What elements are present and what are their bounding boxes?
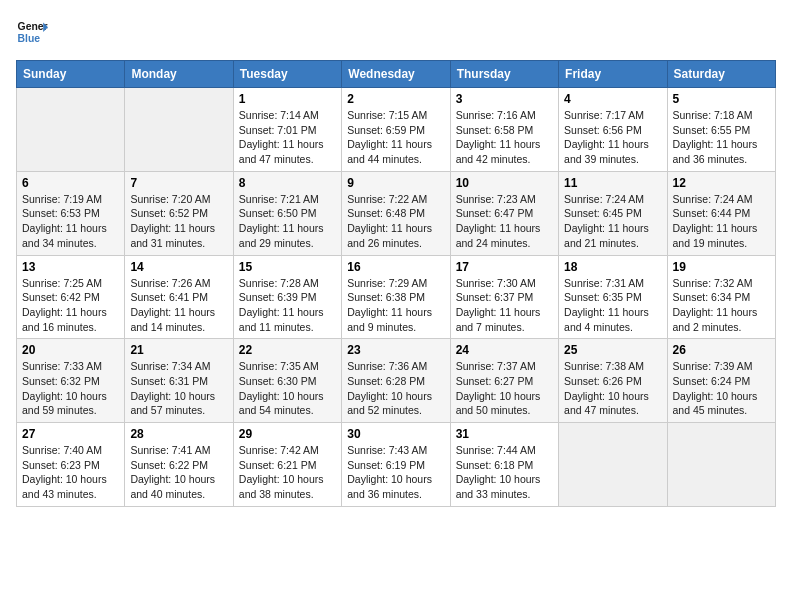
calendar-cell: 17Sunrise: 7:30 AMSunset: 6:37 PMDayligh…	[450, 255, 558, 339]
calendar-cell: 18Sunrise: 7:31 AMSunset: 6:35 PMDayligh…	[559, 255, 667, 339]
day-number: 10	[456, 176, 553, 190]
calendar-cell: 15Sunrise: 7:28 AMSunset: 6:39 PMDayligh…	[233, 255, 341, 339]
calendar-cell: 20Sunrise: 7:33 AMSunset: 6:32 PMDayligh…	[17, 339, 125, 423]
weekday-header: Monday	[125, 61, 233, 88]
day-detail: Sunrise: 7:15 AMSunset: 6:59 PMDaylight:…	[347, 108, 444, 167]
day-number: 3	[456, 92, 553, 106]
day-number: 6	[22, 176, 119, 190]
calendar-cell: 30Sunrise: 7:43 AMSunset: 6:19 PMDayligh…	[342, 423, 450, 507]
calendar-cell	[667, 423, 775, 507]
calendar-cell: 13Sunrise: 7:25 AMSunset: 6:42 PMDayligh…	[17, 255, 125, 339]
day-number: 29	[239, 427, 336, 441]
day-number: 4	[564, 92, 661, 106]
day-detail: Sunrise: 7:18 AMSunset: 6:55 PMDaylight:…	[673, 108, 770, 167]
day-number: 11	[564, 176, 661, 190]
calendar-cell: 4Sunrise: 7:17 AMSunset: 6:56 PMDaylight…	[559, 88, 667, 172]
day-detail: Sunrise: 7:32 AMSunset: 6:34 PMDaylight:…	[673, 276, 770, 335]
day-detail: Sunrise: 7:29 AMSunset: 6:38 PMDaylight:…	[347, 276, 444, 335]
calendar-body: 1Sunrise: 7:14 AMSunset: 7:01 PMDaylight…	[17, 88, 776, 507]
weekday-header: Wednesday	[342, 61, 450, 88]
day-number: 2	[347, 92, 444, 106]
day-number: 8	[239, 176, 336, 190]
calendar-cell: 31Sunrise: 7:44 AMSunset: 6:18 PMDayligh…	[450, 423, 558, 507]
calendar-cell: 19Sunrise: 7:32 AMSunset: 6:34 PMDayligh…	[667, 255, 775, 339]
day-detail: Sunrise: 7:38 AMSunset: 6:26 PMDaylight:…	[564, 359, 661, 418]
calendar-header-row: SundayMondayTuesdayWednesdayThursdayFrid…	[17, 61, 776, 88]
day-number: 28	[130, 427, 227, 441]
day-number: 19	[673, 260, 770, 274]
day-number: 22	[239, 343, 336, 357]
calendar-cell: 27Sunrise: 7:40 AMSunset: 6:23 PMDayligh…	[17, 423, 125, 507]
day-number: 15	[239, 260, 336, 274]
day-number: 26	[673, 343, 770, 357]
calendar-cell: 11Sunrise: 7:24 AMSunset: 6:45 PMDayligh…	[559, 171, 667, 255]
logo-icon: General Blue	[16, 16, 48, 48]
calendar-cell	[17, 88, 125, 172]
calendar-cell: 21Sunrise: 7:34 AMSunset: 6:31 PMDayligh…	[125, 339, 233, 423]
calendar-cell: 1Sunrise: 7:14 AMSunset: 7:01 PMDaylight…	[233, 88, 341, 172]
calendar-cell: 12Sunrise: 7:24 AMSunset: 6:44 PMDayligh…	[667, 171, 775, 255]
day-number: 24	[456, 343, 553, 357]
calendar-cell: 9Sunrise: 7:22 AMSunset: 6:48 PMDaylight…	[342, 171, 450, 255]
calendar-week-row: 1Sunrise: 7:14 AMSunset: 7:01 PMDaylight…	[17, 88, 776, 172]
calendar-week-row: 6Sunrise: 7:19 AMSunset: 6:53 PMDaylight…	[17, 171, 776, 255]
calendar-week-row: 13Sunrise: 7:25 AMSunset: 6:42 PMDayligh…	[17, 255, 776, 339]
day-detail: Sunrise: 7:26 AMSunset: 6:41 PMDaylight:…	[130, 276, 227, 335]
calendar-cell: 6Sunrise: 7:19 AMSunset: 6:53 PMDaylight…	[17, 171, 125, 255]
calendar-cell: 2Sunrise: 7:15 AMSunset: 6:59 PMDaylight…	[342, 88, 450, 172]
day-detail: Sunrise: 7:24 AMSunset: 6:44 PMDaylight:…	[673, 192, 770, 251]
calendar-cell: 5Sunrise: 7:18 AMSunset: 6:55 PMDaylight…	[667, 88, 775, 172]
calendar-week-row: 20Sunrise: 7:33 AMSunset: 6:32 PMDayligh…	[17, 339, 776, 423]
weekday-header: Sunday	[17, 61, 125, 88]
day-detail: Sunrise: 7:35 AMSunset: 6:30 PMDaylight:…	[239, 359, 336, 418]
day-detail: Sunrise: 7:34 AMSunset: 6:31 PMDaylight:…	[130, 359, 227, 418]
day-detail: Sunrise: 7:22 AMSunset: 6:48 PMDaylight:…	[347, 192, 444, 251]
day-number: 23	[347, 343, 444, 357]
calendar-cell: 25Sunrise: 7:38 AMSunset: 6:26 PMDayligh…	[559, 339, 667, 423]
day-detail: Sunrise: 7:25 AMSunset: 6:42 PMDaylight:…	[22, 276, 119, 335]
day-detail: Sunrise: 7:37 AMSunset: 6:27 PMDaylight:…	[456, 359, 553, 418]
day-detail: Sunrise: 7:20 AMSunset: 6:52 PMDaylight:…	[130, 192, 227, 251]
day-detail: Sunrise: 7:14 AMSunset: 7:01 PMDaylight:…	[239, 108, 336, 167]
calendar-cell	[125, 88, 233, 172]
day-number: 9	[347, 176, 444, 190]
calendar-cell: 3Sunrise: 7:16 AMSunset: 6:58 PMDaylight…	[450, 88, 558, 172]
weekday-header: Saturday	[667, 61, 775, 88]
day-detail: Sunrise: 7:44 AMSunset: 6:18 PMDaylight:…	[456, 443, 553, 502]
day-number: 12	[673, 176, 770, 190]
svg-text:Blue: Blue	[18, 33, 41, 44]
day-detail: Sunrise: 7:23 AMSunset: 6:47 PMDaylight:…	[456, 192, 553, 251]
day-number: 20	[22, 343, 119, 357]
calendar-cell: 22Sunrise: 7:35 AMSunset: 6:30 PMDayligh…	[233, 339, 341, 423]
weekday-header: Friday	[559, 61, 667, 88]
calendar-cell: 10Sunrise: 7:23 AMSunset: 6:47 PMDayligh…	[450, 171, 558, 255]
day-detail: Sunrise: 7:31 AMSunset: 6:35 PMDaylight:…	[564, 276, 661, 335]
calendar-cell: 16Sunrise: 7:29 AMSunset: 6:38 PMDayligh…	[342, 255, 450, 339]
day-number: 5	[673, 92, 770, 106]
weekday-header: Tuesday	[233, 61, 341, 88]
calendar-cell: 23Sunrise: 7:36 AMSunset: 6:28 PMDayligh…	[342, 339, 450, 423]
day-detail: Sunrise: 7:30 AMSunset: 6:37 PMDaylight:…	[456, 276, 553, 335]
day-detail: Sunrise: 7:41 AMSunset: 6:22 PMDaylight:…	[130, 443, 227, 502]
day-detail: Sunrise: 7:28 AMSunset: 6:39 PMDaylight:…	[239, 276, 336, 335]
day-number: 25	[564, 343, 661, 357]
day-detail: Sunrise: 7:16 AMSunset: 6:58 PMDaylight:…	[456, 108, 553, 167]
day-detail: Sunrise: 7:19 AMSunset: 6:53 PMDaylight:…	[22, 192, 119, 251]
day-number: 17	[456, 260, 553, 274]
day-detail: Sunrise: 7:40 AMSunset: 6:23 PMDaylight:…	[22, 443, 119, 502]
day-number: 7	[130, 176, 227, 190]
day-number: 13	[22, 260, 119, 274]
day-detail: Sunrise: 7:24 AMSunset: 6:45 PMDaylight:…	[564, 192, 661, 251]
logo: General Blue	[16, 16, 48, 48]
day-number: 1	[239, 92, 336, 106]
calendar-cell: 29Sunrise: 7:42 AMSunset: 6:21 PMDayligh…	[233, 423, 341, 507]
day-number: 27	[22, 427, 119, 441]
day-detail: Sunrise: 7:39 AMSunset: 6:24 PMDaylight:…	[673, 359, 770, 418]
day-detail: Sunrise: 7:21 AMSunset: 6:50 PMDaylight:…	[239, 192, 336, 251]
day-number: 18	[564, 260, 661, 274]
calendar-cell: 7Sunrise: 7:20 AMSunset: 6:52 PMDaylight…	[125, 171, 233, 255]
calendar-cell	[559, 423, 667, 507]
weekday-header: Thursday	[450, 61, 558, 88]
calendar-cell: 28Sunrise: 7:41 AMSunset: 6:22 PMDayligh…	[125, 423, 233, 507]
day-detail: Sunrise: 7:33 AMSunset: 6:32 PMDaylight:…	[22, 359, 119, 418]
